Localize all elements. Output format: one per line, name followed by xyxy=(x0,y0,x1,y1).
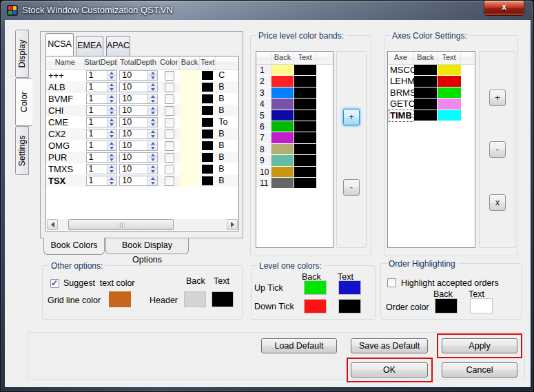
startdepth-spinner[interactable]: 1 xyxy=(86,94,117,104)
close-button[interactable]: x xyxy=(484,1,524,16)
spinner-up-button[interactable] xyxy=(148,71,157,76)
band-back-swatch[interactable] xyxy=(271,65,294,76)
spinner-up-button[interactable] xyxy=(148,118,157,123)
band-back-swatch[interactable] xyxy=(271,132,294,143)
tab-book-display-options[interactable]: Book Display Options xyxy=(105,238,189,254)
tab-emea[interactable]: EMEA xyxy=(76,36,103,56)
axis-name[interactable]: TIMB xyxy=(388,110,414,121)
text-color-cell[interactable] xyxy=(200,105,216,116)
spinner-up-button[interactable] xyxy=(107,83,116,87)
spinner-down-button[interactable] xyxy=(107,181,116,185)
totaldepth-spinner[interactable]: 10 xyxy=(119,164,158,174)
band-back-swatch[interactable] xyxy=(271,155,294,166)
axis-text-swatch[interactable] xyxy=(438,110,461,121)
save-as-default-button[interactable]: Save as Default xyxy=(351,338,428,353)
axes-header-back[interactable]: Back xyxy=(414,52,438,64)
spinner-up-button[interactable] xyxy=(148,165,157,169)
totaldepth-spinner[interactable]: 10 xyxy=(119,152,158,163)
ok-button[interactable]: OK xyxy=(351,362,428,378)
text-color-cell[interactable] xyxy=(200,70,216,81)
axis-name[interactable]: GETC xyxy=(388,99,414,110)
scroll-right-button[interactable] xyxy=(227,219,238,230)
text-color-cell[interactable] xyxy=(200,128,216,140)
spinner-down-button[interactable] xyxy=(148,181,157,185)
spinner-up-button[interactable] xyxy=(107,130,116,134)
price-band-remove-button[interactable]: - xyxy=(343,179,360,196)
spinner-up-button[interactable] xyxy=(107,118,116,123)
color-checkbox[interactable] xyxy=(165,141,174,151)
spinner-up-button[interactable] xyxy=(148,141,157,146)
color-checkbox[interactable] xyxy=(165,130,174,139)
axis-text-swatch[interactable] xyxy=(438,76,461,87)
spinner-down-button[interactable] xyxy=(148,169,157,174)
band-back-swatch[interactable] xyxy=(271,87,294,99)
totaldepth-spinner[interactable]: 10 xyxy=(119,105,158,116)
axis-back-swatch[interactable] xyxy=(414,99,438,110)
axis-back-swatch[interactable] xyxy=(414,65,438,76)
price-header-text[interactable]: Text xyxy=(294,52,316,64)
load-default-button[interactable]: Load Default xyxy=(261,338,337,353)
back-color-cell[interactable] xyxy=(180,116,201,128)
band-text-swatch[interactable] xyxy=(294,65,316,76)
spinner-down-button[interactable] xyxy=(107,158,116,162)
spinner-down-button[interactable] xyxy=(148,158,157,162)
header-back-swatch[interactable] xyxy=(184,291,206,307)
startdepth-spinner[interactable]: 1 xyxy=(86,129,117,139)
axes-header-text[interactable]: Text xyxy=(438,52,461,64)
apply-button[interactable]: Apply xyxy=(442,338,517,353)
startdepth-spinner[interactable]: 1 xyxy=(86,105,117,116)
spinner-up-button[interactable] xyxy=(148,176,157,181)
scrollbar-track[interactable] xyxy=(58,219,227,230)
text-color-cell[interactable] xyxy=(200,175,216,187)
text-color-cell[interactable] xyxy=(200,93,216,105)
axes-clear-button[interactable]: x xyxy=(489,194,506,211)
band-text-swatch[interactable] xyxy=(294,132,316,143)
spinner-up-button[interactable] xyxy=(107,141,116,146)
band-text-swatch[interactable] xyxy=(294,155,316,166)
color-checkbox[interactable] xyxy=(165,118,174,127)
tab-display[interactable]: Display xyxy=(15,30,29,78)
text-color-cell[interactable] xyxy=(200,163,216,175)
startdepth-spinner[interactable]: 1 xyxy=(86,152,117,163)
axis-name[interactable]: LEHM xyxy=(388,76,414,87)
startdepth-spinner[interactable]: 1 xyxy=(86,164,117,174)
startdepth-spinner[interactable]: 1 xyxy=(86,70,117,81)
spinner-down-button[interactable] xyxy=(148,146,157,150)
tab-book-colors[interactable]: Book Colors xyxy=(43,238,105,255)
tab-apac[interactable]: APAC xyxy=(106,36,130,56)
totaldepth-spinner[interactable]: 10 xyxy=(119,176,158,186)
color-checkbox[interactable] xyxy=(165,94,174,104)
spinner-up-button[interactable] xyxy=(107,71,116,76)
band-back-swatch[interactable] xyxy=(271,110,294,121)
spinner-down-button[interactable] xyxy=(107,111,116,115)
axes-header-axe[interactable]: Axe xyxy=(388,52,414,64)
spinner-down-button[interactable] xyxy=(107,146,116,150)
column-header-text[interactable]: Text xyxy=(200,56,216,69)
band-back-swatch[interactable] xyxy=(271,178,294,189)
horizontal-scrollbar[interactable] xyxy=(47,219,238,230)
color-checkbox[interactable] xyxy=(165,71,174,81)
band-text-swatch[interactable] xyxy=(294,76,316,87)
text-color-cell[interactable] xyxy=(200,152,216,163)
band-back-swatch[interactable] xyxy=(271,144,294,155)
spinner-up-button[interactable] xyxy=(107,153,116,158)
price-header-back[interactable]: Back xyxy=(271,52,294,64)
cancel-button[interactable]: Cancel xyxy=(442,362,517,378)
totaldepth-spinner[interactable]: 10 xyxy=(119,129,158,139)
spinner-up-button[interactable] xyxy=(148,130,157,134)
spinner-up-button[interactable] xyxy=(148,153,157,158)
band-text-swatch[interactable] xyxy=(294,167,316,178)
column-header-clipped[interactable] xyxy=(216,56,238,69)
axis-name[interactable]: MSCO xyxy=(388,65,414,76)
column-header-totaldepth[interactable]: TotalDepth xyxy=(118,56,159,69)
band-text-swatch[interactable] xyxy=(294,121,316,132)
spinner-down-button[interactable] xyxy=(107,123,116,127)
color-checkbox[interactable] xyxy=(165,176,174,186)
tab-color[interactable]: Color xyxy=(15,78,32,126)
axis-back-swatch[interactable] xyxy=(414,87,438,99)
spinner-down-button[interactable] xyxy=(148,76,157,80)
spinner-down-button[interactable] xyxy=(107,134,116,138)
back-color-cell[interactable] xyxy=(180,175,201,187)
axis-back-swatch[interactable] xyxy=(414,110,438,121)
back-color-cell[interactable] xyxy=(180,93,201,105)
